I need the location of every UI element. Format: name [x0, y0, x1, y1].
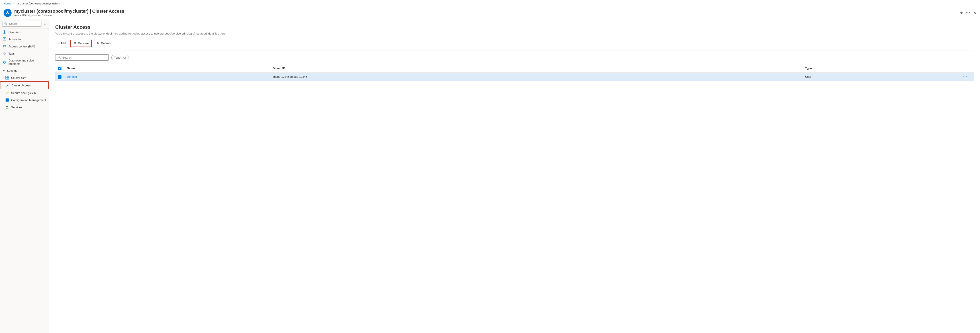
diagnose-icon — [3, 61, 6, 64]
breadcrumb-home[interactable]: Home — [3, 2, 11, 5]
svg-point-17 — [6, 92, 7, 94]
add-button[interactable]: + Add — [55, 40, 68, 46]
sidebar-item-tags[interactable]: Tags — [0, 50, 49, 57]
filter-search-icon — [58, 56, 60, 59]
tags-icon — [3, 52, 6, 55]
sidebar-label-services: Services — [11, 105, 22, 109]
svg-point-16 — [7, 84, 8, 86]
sidebar-item-secure-shell[interactable]: Secure shell (SSH) — [0, 89, 49, 96]
remove-icon — [73, 41, 76, 45]
sidebar-item-cluster-access[interactable]: Cluster Access — [0, 81, 49, 89]
svg-rect-14 — [6, 78, 7, 79]
overview-icon — [3, 30, 6, 34]
type-filter-tag[interactable]: Type : All — [111, 55, 129, 61]
remove-button[interactable]: Remove — [70, 40, 92, 47]
table-header-type: Type — [802, 64, 960, 72]
svg-rect-23 — [74, 42, 76, 44]
toolbar: + Add Remove — [55, 40, 974, 47]
sidebar: 🔍 « Overview — [0, 19, 49, 333]
resource-icon — [3, 9, 11, 17]
secure-shell-icon — [5, 91, 9, 95]
sidebar-label-settings: Settings — [7, 69, 18, 72]
svg-point-7 — [3, 45, 5, 46]
remove-label: Remove — [78, 41, 89, 45]
sidebar-item-services[interactable]: Services — [0, 104, 49, 111]
svg-rect-12 — [6, 76, 7, 78]
sidebar-label-secure-shell: Secure shell (SSH) — [11, 91, 36, 95]
table-header-row: ✓ Name Object ID Type — [55, 64, 974, 72]
checkbox-checkmark: ✓ — [59, 67, 61, 70]
table-header-checkbox: ✓ — [55, 64, 64, 72]
refresh-button[interactable]: Refresh — [94, 40, 114, 47]
sidebar-label-tags: Tags — [8, 52, 14, 55]
cluster-access-table: ✓ Name Object ID Type ✓ — [55, 64, 974, 81]
table-header-actions — [960, 64, 974, 72]
breadcrumb-separator: > — [13, 2, 14, 5]
page-title: mycluster (contosopool/mycluster) | Clus… — [14, 9, 957, 14]
row-type-cell: User — [802, 72, 960, 81]
svg-point-8 — [5, 45, 6, 46]
sidebar-label-overview: Overview — [8, 30, 21, 34]
favorite-button[interactable]: ★ — [959, 11, 963, 15]
close-button[interactable]: ✕ — [973, 11, 977, 15]
svg-point-22 — [7, 106, 8, 107]
svg-point-9 — [3, 53, 4, 53]
svg-point-0 — [7, 11, 8, 13]
filter-search-box[interactable] — [55, 54, 109, 61]
row-more-options-button[interactable]: ··· — [963, 75, 967, 79]
sidebar-item-overview[interactable]: Overview — [0, 29, 49, 36]
cluster-size-icon — [5, 76, 9, 80]
sidebar-label-cluster-access: Cluster Access — [11, 84, 31, 87]
settings-chevron-icon: ▼ — [3, 70, 5, 72]
row-name-link[interactable]: contoso — [67, 75, 77, 78]
activity-log-icon — [3, 37, 6, 41]
table-header-object-id: Object ID — [270, 64, 802, 72]
sidebar-search-input[interactable] — [9, 22, 40, 25]
sidebar-label-activity-log: Activity log — [8, 38, 22, 41]
svg-point-11 — [4, 62, 5, 63]
row-actions-cell: ··· — [960, 72, 974, 81]
breadcrumb-current: mycluster (contosopool/mycluster) — [16, 2, 59, 5]
sidebar-label-config-management: Configuration Management — [11, 99, 46, 102]
services-icon — [5, 105, 9, 109]
config-mgmt-icon — [5, 98, 9, 102]
more-options-button[interactable]: ··· — [966, 11, 970, 15]
row-checkmark: ✓ — [59, 75, 61, 78]
header-actions: ★ ··· ✕ — [959, 11, 977, 15]
sidebar-label-diagnose: Diagnose and solve problems — [8, 59, 46, 65]
sidebar-item-cluster-size[interactable]: Cluster size — [0, 74, 49, 81]
row-object-id-cell: abcde-12345-abcde-12345 — [270, 72, 802, 81]
sidebar-item-config-management[interactable]: Configuration Management — [0, 96, 49, 104]
header-title-group: mycluster (contosopool/mycluster) | Clus… — [14, 9, 957, 17]
svg-point-21 — [6, 106, 7, 107]
main-content: Cluster Access You can control access to… — [49, 19, 980, 333]
content-description: You can control access to the cluster en… — [55, 32, 234, 35]
sidebar-item-diagnose[interactable]: Diagnose and solve problems — [0, 57, 49, 67]
main-layout: 🔍 « Overview — [0, 19, 980, 333]
sidebar-item-access-control[interactable]: Access control (IAM) — [0, 43, 49, 50]
sidebar-collapse-button[interactable]: « — [43, 21, 46, 27]
table-row: ✓ contoso abcde-12345-abcde-12345 User ·… — [55, 72, 974, 81]
svg-rect-15 — [7, 78, 9, 79]
row-name-cell: contoso — [64, 72, 270, 81]
svg-line-30 — [60, 58, 60, 58]
select-all-checkbox[interactable]: ✓ — [58, 67, 62, 70]
row-checkbox-cell: ✓ — [55, 72, 64, 81]
svg-rect-20 — [6, 99, 9, 102]
sidebar-label-access-control: Access control (IAM) — [8, 45, 35, 48]
sidebar-search-row: 🔍 « — [0, 19, 49, 29]
content-title: Cluster Access — [55, 24, 974, 30]
sidebar-item-activity-log[interactable]: Activity log — [0, 36, 49, 43]
svg-rect-13 — [7, 76, 9, 78]
filter-row: Type : All — [55, 54, 974, 61]
page-header: mycluster (contosopool/mycluster) | Clus… — [0, 7, 980, 19]
sidebar-label-cluster-size: Cluster size — [11, 76, 26, 80]
filter-search-input[interactable] — [62, 56, 106, 59]
sidebar-settings-section[interactable]: ▼ Settings — [0, 67, 49, 74]
svg-point-2 — [4, 32, 5, 33]
sidebar-search-box[interactable]: 🔍 — [2, 21, 41, 27]
refresh-icon — [97, 41, 100, 45]
row-checkbox[interactable]: ✓ — [58, 75, 62, 79]
cluster-access-icon — [6, 83, 10, 87]
access-control-icon — [3, 45, 6, 48]
